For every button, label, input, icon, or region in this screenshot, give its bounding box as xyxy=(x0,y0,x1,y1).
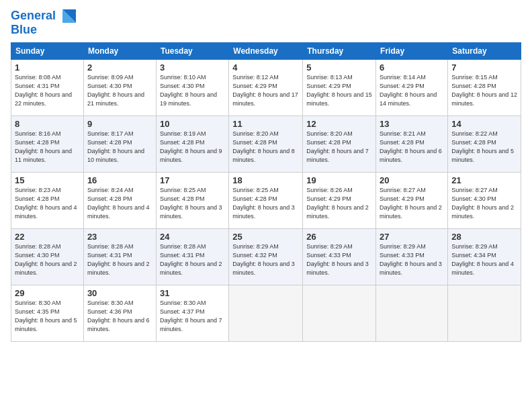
day-info: Sunrise: 8:16 AMSunset: 4:28 PMDaylight:… xyxy=(15,130,80,165)
calendar-day: 31Sunrise: 8:30 AMSunset: 4:37 PMDayligh… xyxy=(156,285,228,342)
day-number: 19 xyxy=(306,175,372,185)
day-number: 9 xyxy=(87,119,152,129)
day-number: 13 xyxy=(380,119,444,129)
page-container: General Blue SundayMondayTuesdayWednesda… xyxy=(0,0,532,347)
weekday-header-thursday: Thursday xyxy=(303,43,376,60)
calendar-day: 25Sunrise: 8:29 AMSunset: 4:32 PMDayligh… xyxy=(229,229,303,285)
day-info: Sunrise: 8:23 AMSunset: 4:28 PMDaylight:… xyxy=(15,186,80,221)
calendar-day: 30Sunrise: 8:30 AMSunset: 4:36 PMDayligh… xyxy=(83,285,156,342)
day-number: 7 xyxy=(451,62,517,73)
day-info: Sunrise: 8:28 AMSunset: 4:30 PMDaylight:… xyxy=(15,242,80,277)
day-number: 30 xyxy=(87,288,152,298)
calendar-day xyxy=(376,285,448,342)
day-number: 24 xyxy=(160,232,225,242)
day-info: Sunrise: 8:28 AMSunset: 4:31 PMDaylight:… xyxy=(160,242,225,277)
calendar-body: 1Sunrise: 8:08 AMSunset: 4:31 PMDaylight… xyxy=(11,60,521,342)
calendar-day: 29Sunrise: 8:30 AMSunset: 4:35 PMDayligh… xyxy=(11,285,84,342)
calendar-day: 1Sunrise: 8:08 AMSunset: 4:31 PMDaylight… xyxy=(11,60,84,116)
day-info: Sunrise: 8:20 AMSunset: 4:28 PMDaylight:… xyxy=(232,130,299,165)
calendar-day: 18Sunrise: 8:25 AMSunset: 4:28 PMDayligh… xyxy=(229,173,303,229)
calendar-day: 7Sunrise: 8:15 AMSunset: 4:28 PMDaylight… xyxy=(448,60,521,116)
day-number: 16 xyxy=(87,175,152,185)
day-info: Sunrise: 8:25 AMSunset: 4:28 PMDaylight:… xyxy=(232,186,299,221)
logo-text: General xyxy=(11,9,56,23)
day-info: Sunrise: 8:27 AMSunset: 4:29 PMDaylight:… xyxy=(380,186,444,221)
day-number: 4 xyxy=(232,62,299,73)
calendar-day: 21Sunrise: 8:27 AMSunset: 4:30 PMDayligh… xyxy=(448,173,521,229)
calendar-day: 13Sunrise: 8:21 AMSunset: 4:28 PMDayligh… xyxy=(376,116,448,173)
calendar-day: 4Sunrise: 8:12 AMSunset: 4:29 PMDaylight… xyxy=(229,60,303,116)
day-info: Sunrise: 8:28 AMSunset: 4:31 PMDaylight:… xyxy=(87,242,152,277)
day-number: 15 xyxy=(15,175,80,185)
day-number: 18 xyxy=(232,175,299,185)
day-info: Sunrise: 8:30 AMSunset: 4:36 PMDaylight:… xyxy=(87,299,152,334)
day-info: Sunrise: 8:30 AMSunset: 4:37 PMDaylight:… xyxy=(160,299,225,334)
day-number: 14 xyxy=(451,119,517,129)
day-number: 12 xyxy=(306,119,372,129)
day-number: 10 xyxy=(160,119,225,129)
day-info: Sunrise: 8:24 AMSunset: 4:28 PMDaylight:… xyxy=(87,186,152,221)
day-info: Sunrise: 8:15 AMSunset: 4:28 PMDaylight:… xyxy=(451,73,517,108)
calendar-day: 10Sunrise: 8:19 AMSunset: 4:28 PMDayligh… xyxy=(156,116,228,173)
calendar-week-4: 22Sunrise: 8:28 AMSunset: 4:30 PMDayligh… xyxy=(11,229,521,285)
calendar-day: 14Sunrise: 8:22 AMSunset: 4:28 PMDayligh… xyxy=(448,116,521,173)
day-number: 28 xyxy=(451,232,517,242)
calendar-day: 20Sunrise: 8:27 AMSunset: 4:29 PMDayligh… xyxy=(376,173,448,229)
calendar-week-5: 29Sunrise: 8:30 AMSunset: 4:35 PMDayligh… xyxy=(11,285,521,342)
calendar-day xyxy=(303,285,376,342)
day-info: Sunrise: 8:25 AMSunset: 4:28 PMDaylight:… xyxy=(160,186,225,221)
day-number: 25 xyxy=(232,232,299,242)
calendar-day: 19Sunrise: 8:26 AMSunset: 4:29 PMDayligh… xyxy=(303,173,376,229)
calendar-day: 22Sunrise: 8:28 AMSunset: 4:30 PMDayligh… xyxy=(11,229,84,285)
day-number: 27 xyxy=(380,232,444,242)
calendar-day: 26Sunrise: 8:29 AMSunset: 4:33 PMDayligh… xyxy=(303,229,376,285)
day-number: 1 xyxy=(15,62,80,73)
weekday-header-wednesday: Wednesday xyxy=(229,43,303,60)
day-number: 23 xyxy=(87,232,152,242)
weekday-header-tuesday: Tuesday xyxy=(156,43,228,60)
day-info: Sunrise: 8:29 AMSunset: 4:33 PMDaylight:… xyxy=(306,242,372,277)
day-number: 2 xyxy=(87,62,152,73)
day-number: 31 xyxy=(160,288,225,298)
day-info: Sunrise: 8:26 AMSunset: 4:29 PMDaylight:… xyxy=(306,186,372,221)
day-number: 20 xyxy=(380,175,444,185)
calendar-day: 11Sunrise: 8:20 AMSunset: 4:28 PMDayligh… xyxy=(229,116,303,173)
calendar-day: 3Sunrise: 8:10 AMSunset: 4:30 PMDaylight… xyxy=(156,60,228,116)
calendar-day: 6Sunrise: 8:14 AMSunset: 4:29 PMDaylight… xyxy=(376,60,448,116)
calendar-day xyxy=(229,285,303,342)
day-info: Sunrise: 8:17 AMSunset: 4:28 PMDaylight:… xyxy=(87,130,152,165)
calendar-day: 8Sunrise: 8:16 AMSunset: 4:28 PMDaylight… xyxy=(11,116,84,173)
day-number: 3 xyxy=(160,62,225,73)
day-number: 8 xyxy=(15,119,80,129)
day-info: Sunrise: 8:10 AMSunset: 4:30 PMDaylight:… xyxy=(160,73,225,108)
day-info: Sunrise: 8:29 AMSunset: 4:34 PMDaylight:… xyxy=(451,242,517,277)
calendar-day xyxy=(448,285,521,342)
day-info: Sunrise: 8:13 AMSunset: 4:29 PMDaylight:… xyxy=(306,73,372,108)
calendar-week-3: 15Sunrise: 8:23 AMSunset: 4:28 PMDayligh… xyxy=(11,173,521,229)
day-number: 26 xyxy=(306,232,372,242)
calendar-day: 16Sunrise: 8:24 AMSunset: 4:28 PMDayligh… xyxy=(83,173,156,229)
day-info: Sunrise: 8:29 AMSunset: 4:33 PMDaylight:… xyxy=(380,242,444,277)
day-number: 22 xyxy=(15,232,80,242)
header: General Blue xyxy=(11,7,521,37)
weekday-header-saturday: Saturday xyxy=(448,43,521,60)
day-info: Sunrise: 8:27 AMSunset: 4:30 PMDaylight:… xyxy=(451,186,517,221)
day-info: Sunrise: 8:29 AMSunset: 4:32 PMDaylight:… xyxy=(232,242,299,277)
day-info: Sunrise: 8:21 AMSunset: 4:28 PMDaylight:… xyxy=(380,130,444,165)
calendar-day: 2Sunrise: 8:09 AMSunset: 4:30 PMDaylight… xyxy=(83,60,156,116)
calendar-day: 24Sunrise: 8:28 AMSunset: 4:31 PMDayligh… xyxy=(156,229,228,285)
day-info: Sunrise: 8:09 AMSunset: 4:30 PMDaylight:… xyxy=(87,73,152,108)
day-info: Sunrise: 8:22 AMSunset: 4:28 PMDaylight:… xyxy=(451,130,517,165)
day-info: Sunrise: 8:19 AMSunset: 4:28 PMDaylight:… xyxy=(160,130,225,165)
weekday-header-sunday: Sunday xyxy=(11,43,84,60)
day-info: Sunrise: 8:20 AMSunset: 4:28 PMDaylight:… xyxy=(306,130,372,165)
calendar-day: 28Sunrise: 8:29 AMSunset: 4:34 PMDayligh… xyxy=(448,229,521,285)
day-info: Sunrise: 8:12 AMSunset: 4:29 PMDaylight:… xyxy=(232,73,299,108)
day-number: 11 xyxy=(232,119,299,129)
day-number: 17 xyxy=(160,175,225,185)
calendar-day: 15Sunrise: 8:23 AMSunset: 4:28 PMDayligh… xyxy=(11,173,84,229)
day-info: Sunrise: 8:14 AMSunset: 4:29 PMDaylight:… xyxy=(380,73,444,108)
day-number: 5 xyxy=(306,62,372,73)
calendar-table: SundayMondayTuesdayWednesdayThursdayFrid… xyxy=(11,42,521,342)
day-number: 6 xyxy=(380,62,444,73)
